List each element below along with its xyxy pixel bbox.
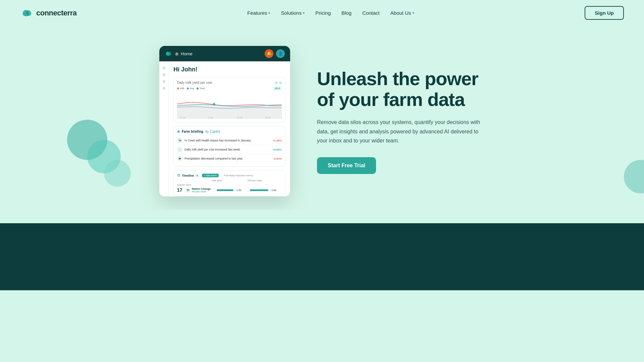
- mockup-logo-icon: [165, 51, 172, 57]
- briefing-row-3-left: 🌧 Precipitation decreased compared to la…: [177, 156, 273, 161]
- copilot-badge: by Copilot: [205, 130, 220, 133]
- chart-title: Daily milk yield per cow: [177, 81, 212, 84]
- notification-icon[interactable]: 🔔: [265, 49, 273, 58]
- mockup-body: Hi John! Daily milk yield per cow: [159, 61, 290, 196]
- mockup-logo-area: 🏠 Home: [165, 51, 193, 57]
- nav-item-pricing[interactable]: Pricing: [315, 10, 331, 16]
- hero-right-content: Unleash the power of your farm data Remo…: [317, 68, 485, 174]
- nav-link-features[interactable]: Features ▾: [247, 10, 270, 16]
- nav-item-about[interactable]: About Us ▾: [390, 10, 414, 16]
- timeline-col-headers: Milk yield DMI per head: [177, 179, 282, 182]
- timeline-row-1: 17 🐄 Ration Change Results made ↑: [177, 187, 282, 193]
- metric-dmi-bar-row: ↑ 0.86: [250, 189, 282, 192]
- logo-text: connecterra: [36, 9, 76, 17]
- briefing-card: ⊕ Farm briefing by Copilot 🐄 % Cows with…: [173, 126, 285, 167]
- chart-value-badge: 42.6: [273, 86, 282, 90]
- mockup-home-label: 🏠 Home: [175, 51, 193, 56]
- chevron-down-icon: ▾: [268, 11, 270, 15]
- greeting-text: Hi John!: [173, 66, 285, 73]
- timeline-col3-header: DMI per head: [248, 179, 282, 182]
- sidebar-item-2: [163, 73, 165, 76]
- timeline-v-badge: ▾: [195, 174, 199, 177]
- briefing-row-2: 🥛 Daily milk yield per cow increased las…: [177, 145, 282, 154]
- legend-dot-avg: [187, 87, 189, 89]
- svg-point-0: [213, 103, 215, 106]
- nav-link-contact[interactable]: Contact: [362, 10, 380, 16]
- logo[interactable]: connecterra: [20, 8, 76, 18]
- legend-milk: Milk: [177, 86, 184, 90]
- nav-item-contact[interactable]: Contact: [362, 10, 380, 16]
- legend-goal: Goal: [197, 86, 205, 90]
- timeline-date-label: Quarter 2024: [177, 184, 282, 186]
- mockup-sidebar: [159, 61, 169, 196]
- sidebar-item-4: [163, 87, 165, 89]
- chart-legend: Milk Avg Goal 42.6: [177, 86, 282, 90]
- nav-item-solutions[interactable]: Solutions ▾: [281, 10, 305, 16]
- timeline-cow-icon: 🐄: [185, 187, 191, 193]
- svg-text:15 Feb: 15 Feb: [265, 117, 271, 119]
- nav-link-pricing[interactable]: Pricing: [315, 10, 331, 16]
- metric-dmi-up-icon: ↑: [270, 189, 271, 192]
- metric-milk-bar-row: ↑ 0.50: [217, 189, 249, 192]
- timeline-event-name: Ration Change: [192, 187, 215, 190]
- dashboard-mockup: 🏠 Home 🔔 👤 H: [159, 46, 290, 196]
- metric-milk-val: ↑ 0.50: [235, 189, 241, 192]
- chevron-down-icon: ▾: [413, 11, 414, 15]
- metric-dmi-bar: [250, 189, 268, 191]
- briefing-header: ⊕ Farm briefing by Copilot: [177, 130, 282, 133]
- timeline-card: ⏱ Timeline ▾ + Add event Potentially imp…: [173, 170, 285, 196]
- timeline-event-info: Ration Change Results made: [192, 187, 215, 193]
- nav-link-blog[interactable]: Blog: [341, 10, 352, 16]
- timeline-label: ⏱ Timeline ▾: [177, 174, 199, 177]
- chart-area: 01 Jan 15 Jan 01 Feb 15 Feb: [177, 92, 282, 119]
- briefing-row-2-icon: 🥛: [177, 147, 182, 152]
- metric-milk-up-icon: ↑: [235, 189, 236, 192]
- nav-item-blog[interactable]: Blog: [341, 10, 352, 16]
- briefing-row-2-pct: +3.89%: [273, 148, 282, 151]
- nav-link-about[interactable]: About Us ▾: [390, 10, 414, 16]
- chart-header: Daily milk yield per cow: [177, 81, 282, 84]
- metric-dmi-val: ↑ 0.86: [270, 189, 276, 192]
- svg-text:01 Jan: 01 Jan: [180, 117, 186, 119]
- chevron-down-icon: ▾: [303, 11, 305, 15]
- svg-text:01 Feb: 01 Feb: [237, 117, 243, 119]
- legend-dot-goal: [197, 87, 199, 89]
- legend-dot-milk: [177, 87, 179, 89]
- add-event-button[interactable]: + Add event: [202, 174, 218, 177]
- briefing-row-3-pct: -0.64%: [273, 157, 282, 160]
- dark-footer-strip: [0, 223, 644, 290]
- metric-milk-bar: [217, 189, 233, 191]
- legend-avg: Avg: [187, 86, 194, 90]
- mockup-topbar: 🏠 Home 🔔 👤: [159, 46, 290, 61]
- briefing-row-1-pct: +1.35%: [273, 139, 282, 142]
- logo-icon: [20, 8, 33, 18]
- metric-dmi-col: ↑ 0.86: [250, 189, 282, 192]
- sidebar-item-1: [163, 67, 165, 69]
- briefing-row-1-icon: 🐄: [177, 138, 182, 143]
- hero-subtext: Remove data silos across your systems, q…: [317, 118, 485, 145]
- chart-ctrl-1: [275, 81, 278, 84]
- briefing-row-2-left: 🥛 Daily milk yield per cow increased las…: [177, 147, 273, 152]
- potentially-impacted-label: Potentially impacted metrics: [224, 174, 253, 177]
- nav-links: Features ▾ Solutions ▾ Pricing Blog Cont…: [247, 10, 414, 16]
- mockup-topbar-icons: 🔔 👤: [265, 49, 285, 58]
- briefing-row-1-left: 🐄 % Cows with health issues has increase…: [177, 138, 273, 143]
- hero-heading: Unleash the power of your farm data: [317, 68, 485, 110]
- svg-text:15 Jan: 15 Jan: [208, 117, 214, 119]
- user-avatar-icon[interactable]: 👤: [276, 49, 285, 58]
- navbar: connecterra Features ▾ Solutions ▾ Prici…: [0, 0, 644, 26]
- chart-controls: [275, 81, 282, 84]
- metric-milk-col: ↑ 0.50: [217, 189, 249, 192]
- timeline-icon: ⏱: [177, 174, 180, 177]
- timeline-header: ⏱ Timeline ▾ + Add event Potentially imp…: [177, 174, 282, 177]
- nav-item-features[interactable]: Features ▾: [247, 10, 270, 16]
- briefing-row-3-icon: 🌧: [177, 156, 182, 161]
- signup-button[interactable]: Sign Up: [585, 6, 624, 20]
- sidebar-item-3: [163, 80, 165, 83]
- briefing-row-1: 🐄 % Cows with health issues has increase…: [177, 136, 282, 145]
- nav-link-solutions[interactable]: Solutions ▾: [281, 10, 305, 16]
- timeline-day-num: 17: [177, 187, 184, 193]
- start-free-trial-button[interactable]: Start Free Trial: [317, 157, 376, 174]
- timeline-col1-header: [177, 179, 211, 182]
- timeline-col2-header: Milk yield: [212, 179, 246, 182]
